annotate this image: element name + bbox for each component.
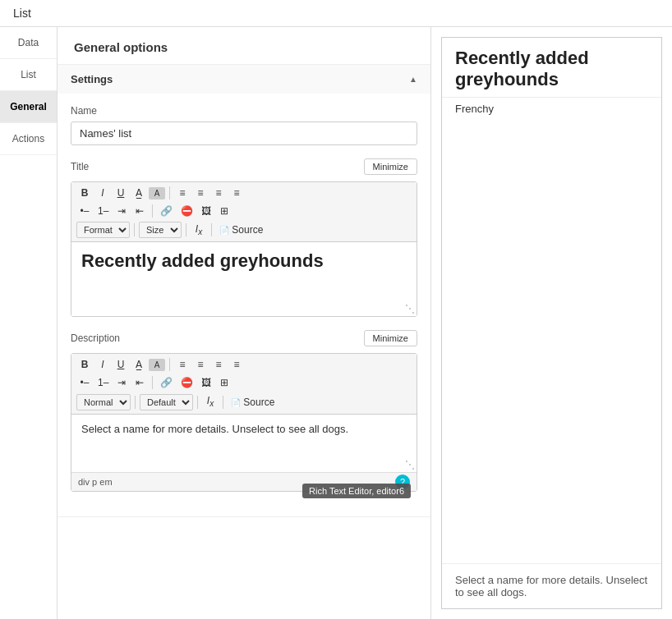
title-source-button[interactable]: 📄 Source — [216, 222, 266, 237]
preview-title: Recently added greyhounds — [442, 38, 661, 98]
title-field-row: Title Minimize B I U A̲ A — [71, 158, 417, 317]
desc-bg-color-button[interactable]: A — [149, 359, 165, 371]
toolbar-divider5 — [211, 223, 212, 236]
sidebar: Data List General Actions — [0, 27, 58, 619]
preview-panel: Recently added greyhounds Frenchy Select… — [431, 27, 672, 619]
desc-underline-button[interactable]: U — [113, 357, 129, 372]
title-font-color-button[interactable]: A̲ — [131, 186, 147, 200]
chevron-up-icon: ▲ — [409, 75, 417, 84]
desc-rte-toolbar-row2: •– 1– ⇥ ⇤ 🔗 ⛔ 🖼 ⊞ — [76, 375, 412, 390]
settings-section-body: Name Title Minimize B — [58, 94, 430, 516]
panel-title: General options — [74, 40, 414, 54]
title-rte: B I U A̲ A ≡ ≡ ≡ ≡ — [71, 181, 417, 317]
title-unlink-button[interactable]: ⛔ — [177, 204, 196, 218]
preview-item: Frenchy — [442, 98, 661, 120]
title-image-button[interactable]: 🖼 — [198, 204, 214, 218]
title-list-ul-button[interactable]: •– — [76, 204, 93, 218]
desc-rte-toolbar-row3: Normal Default Ix — [76, 393, 412, 410]
title-italic-button[interactable]: I — [94, 186, 111, 200]
desc-toolbar-divider1 — [169, 358, 170, 371]
title-bold-button[interactable]: B — [76, 186, 93, 200]
title-minimize-button[interactable]: Minimize — [364, 158, 417, 175]
title-link-button[interactable]: 🔗 — [157, 204, 176, 218]
desc-format-dropdown[interactable]: Normal — [76, 394, 131, 410]
sidebar-item-general[interactable]: General — [0, 91, 57, 123]
name-input[interactable] — [71, 122, 417, 145]
toolbar-divider3 — [134, 223, 135, 236]
panel-header: General options — [58, 27, 430, 65]
desc-rte-toolbar-row1: B I U A̲ A ≡ ≡ ≡ ≡ — [76, 357, 412, 372]
name-field-row: Name — [71, 105, 417, 145]
desc-bold-button[interactable]: B — [76, 357, 93, 372]
settings-section: Settings ▲ Name Title Minimize — [58, 65, 430, 517]
title-align-left-button[interactable]: ≡ — [174, 186, 191, 200]
desc-align-right-button[interactable]: ≡ — [210, 357, 227, 372]
desc-clear-format-button[interactable]: Ix — [202, 393, 219, 410]
desc-table-button[interactable]: ⊞ — [216, 375, 232, 390]
description-rte: B I U A̲ A ≡ ≡ ≡ ≡ — [71, 353, 417, 491]
description-field-header: Description Minimize — [71, 330, 417, 346]
desc-font-color-button[interactable]: A̲ — [131, 357, 147, 372]
title-outdent-button[interactable]: ⇤ — [131, 204, 148, 218]
sidebar-item-list[interactable]: List — [0, 59, 57, 91]
title-align-center-button[interactable]: ≡ — [192, 186, 209, 200]
desc-source-icon: 📄 — [231, 398, 241, 407]
desc-content-text: Select a name for more details. Unselect… — [81, 423, 407, 435]
toolbar-divider4 — [186, 223, 186, 236]
title-content-text: Recently added greyhounds — [81, 250, 407, 272]
title-field-header: Title Minimize — [71, 158, 417, 175]
desc-toolbar-divider2 — [152, 376, 153, 389]
description-label: Description — [71, 332, 120, 344]
title-align-justify-button[interactable]: ≡ — [228, 186, 245, 200]
title-rte-toolbar-row3: Format Size Ix — [76, 222, 412, 238]
title-align-right-button[interactable]: ≡ — [210, 186, 227, 200]
sidebar-item-data[interactable]: Data — [0, 27, 57, 59]
desc-list-ol-button[interactable]: 1– — [94, 375, 112, 390]
app-container: List Data List General Actions General o… — [0, 0, 672, 619]
title-clear-format-button[interactable]: Ix — [191, 222, 207, 238]
settings-section-header[interactable]: Settings ▲ — [58, 65, 430, 94]
desc-align-left-button[interactable]: ≡ — [174, 357, 191, 372]
settings-label: Settings — [71, 73, 113, 85]
title-rte-resize-handle[interactable]: ⋱ — [405, 303, 415, 314]
description-minimize-button[interactable]: Minimize — [364, 330, 417, 346]
rte-tooltip: Rich Text Editor, editor6 — [302, 484, 411, 498]
title-list-ol-button[interactable]: 1– — [94, 204, 112, 218]
main-layout: Data List General Actions General option… — [0, 27, 672, 619]
desc-unlink-button[interactable]: ⛔ — [177, 375, 196, 390]
title-indent-button[interactable]: ⇥ — [113, 204, 130, 218]
title-table-button[interactable]: ⊞ — [216, 204, 232, 218]
desc-rte-resize-handle[interactable]: ⋱ — [405, 459, 415, 470]
desc-rte-toolbar: B I U A̲ A ≡ ≡ ≡ ≡ — [71, 354, 417, 414]
title-rte-content[interactable]: Recently added greyhounds ⋱ — [71, 242, 417, 316]
desc-italic-button[interactable]: I — [94, 357, 111, 372]
sidebar-item-actions[interactable]: Actions — [0, 123, 57, 155]
title-format-dropdown[interactable]: Format — [76, 222, 130, 238]
title-rte-toolbar: B I U A̲ A ≡ ≡ ≡ ≡ — [71, 182, 417, 242]
title-source-icon: 📄 — [219, 226, 229, 235]
desc-toolbar-divider5 — [223, 396, 223, 409]
desc-align-center-button[interactable]: ≡ — [192, 357, 209, 372]
desc-size-dropdown[interactable]: Default — [140, 394, 193, 410]
desc-indent-button[interactable]: ⇥ — [113, 375, 130, 390]
desc-list-ul-button[interactable]: •– — [76, 375, 93, 390]
desc-link-button[interactable]: 🔗 — [157, 375, 176, 390]
rte-path: div p em — [78, 477, 113, 487]
desc-align-justify-button[interactable]: ≡ — [228, 357, 245, 372]
title-size-dropdown[interactable]: Size — [139, 222, 182, 238]
desc-rte-content[interactable]: Select a name for more details. Unselect… — [71, 415, 417, 472]
desc-image-button[interactable]: 🖼 — [198, 375, 214, 390]
title-underline-button[interactable]: U — [113, 186, 129, 200]
title-label: Title — [71, 161, 89, 172]
desc-toolbar-divider3 — [135, 396, 136, 409]
toolbar-divider1 — [169, 186, 170, 199]
preview-inner: Recently added greyhounds Frenchy Select… — [441, 37, 662, 609]
app-title: List — [0, 0, 672, 27]
preview-description: Select a name for more details. Unselect… — [442, 563, 661, 608]
desc-outdent-button[interactable]: ⇤ — [131, 375, 148, 390]
toolbar-divider2 — [152, 204, 153, 218]
desc-toolbar-divider4 — [197, 396, 198, 409]
desc-source-button[interactable]: 📄 Source — [228, 395, 278, 410]
name-label: Name — [71, 105, 417, 117]
title-bg-color-button[interactable]: A — [149, 187, 165, 199]
